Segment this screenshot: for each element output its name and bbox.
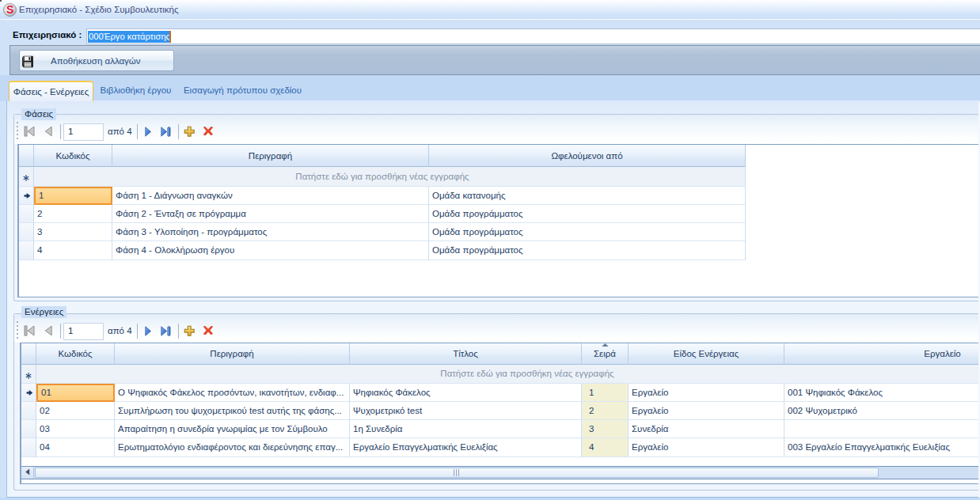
svg-text:S: S	[6, 3, 13, 16]
